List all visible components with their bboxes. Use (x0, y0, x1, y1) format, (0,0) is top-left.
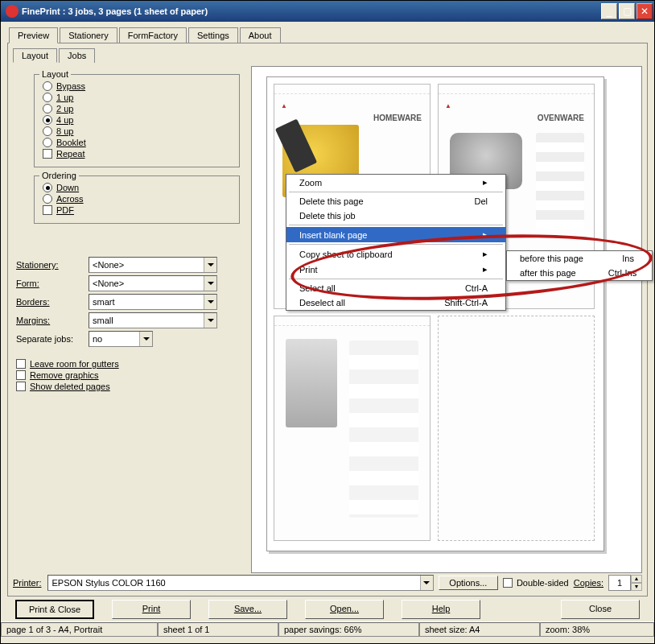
status-sheet: sheet 1 of 1 (158, 622, 278, 637)
preview-area[interactable]: ▲ HOMEWARE ▲ OVENWARE (251, 66, 642, 573)
printer-row: Printer: EPSON Stylus COLOR 1160 Options… (13, 575, 642, 591)
maximize-button[interactable]: ▢ (619, 3, 635, 19)
ctx-delete-page[interactable]: Delete this pageDel (286, 194, 505, 208)
chevron-right-icon: ▸ (467, 229, 488, 240)
button-options[interactable]: Options... (439, 576, 498, 590)
ctx-zoom[interactable]: Zoom▸ (286, 175, 505, 190)
main-tabs: Preview Stationery FormFactory Settings … (9, 27, 654, 43)
status-savings: paper savings: 66% (278, 622, 419, 637)
button-open[interactable]: Open... (305, 600, 384, 619)
chevron-down-icon[interactable] (204, 276, 216, 291)
spin-down-icon[interactable]: ▼ (631, 583, 642, 591)
chevron-down-icon[interactable] (139, 332, 152, 346)
label-copies: Copies: (574, 578, 604, 588)
group-ordering: Ordering Down Across PDF (34, 175, 240, 224)
label-borders: Borders: (16, 297, 89, 307)
group-ordering-legend: Ordering (39, 171, 79, 180)
check-doublesided[interactable]: Double-sided (503, 578, 569, 588)
ctx-separator (289, 279, 503, 279)
subtab-jobs[interactable]: Jobs (59, 48, 95, 63)
submenu-insert-blank[interactable]: before this pageIns after this pageCtrl-… (506, 250, 653, 281)
chevron-right-icon: ▸ (467, 177, 488, 188)
check-gutters[interactable]: Leave room for gutters (16, 359, 246, 369)
button-print-close[interactable]: Print & Close (15, 600, 94, 619)
check-repeat[interactable]: Repeat (43, 149, 231, 159)
select-sepjobs[interactable]: no (89, 331, 153, 347)
check-pdf[interactable]: PDF (43, 205, 231, 215)
button-save[interactable]: Save... (208, 600, 287, 619)
check-removegraphics[interactable]: Remove graphics (16, 370, 246, 380)
row-form: Form: <None> (16, 275, 246, 291)
status-zoom: zoom: 38% (540, 622, 654, 637)
sub-tabs: Layout Jobs (13, 48, 642, 63)
title-bar[interactable]: FinePrint : 3 jobs, 3 pages (1 sheet of … (1, 1, 654, 22)
tab-stationery[interactable]: Stationery (60, 27, 117, 43)
page-thumb-4-empty[interactable] (438, 316, 595, 541)
row-sepjobs: Separate jobs: no (16, 331, 246, 347)
select-margins[interactable]: small (89, 312, 217, 328)
action-row: Print & Close Print Save... Open... Help… (7, 600, 648, 619)
button-close[interactable]: Close (561, 600, 640, 619)
tab-about[interactable]: About (240, 27, 281, 43)
radio-booklet[interactable]: Booklet (43, 138, 231, 147)
radio-across[interactable]: Across (43, 194, 231, 204)
row-borders: Borders: smart (16, 294, 246, 310)
ctx-insert-blank[interactable]: Insert blank page▸ (286, 227, 505, 242)
select-stationery[interactable]: <None> (89, 257, 217, 273)
ctx-deselect-all[interactable]: Deselect allShift-Ctrl-A (286, 295, 505, 310)
radio-8up[interactable]: 8 up (43, 126, 231, 136)
label-form: Form: (16, 279, 89, 288)
select-borders[interactable]: smart (89, 294, 217, 310)
close-button[interactable]: ✕ (636, 3, 653, 19)
page-thumb-3[interactable] (274, 316, 430, 541)
radio-4up[interactable]: 4 up (43, 115, 231, 125)
row-margins: Margins: small (16, 312, 246, 328)
radio-bypass[interactable]: Bypass (43, 81, 231, 91)
label-sepjobs: Separate jobs: (16, 334, 89, 344)
minimize-button[interactable]: _ (601, 3, 617, 19)
status-page: page 1 of 3 - A4, Portrait (1, 622, 158, 637)
subtab-layout[interactable]: Layout (13, 48, 57, 63)
select-form[interactable]: <None> (89, 275, 217, 291)
chevron-down-icon[interactable] (420, 576, 433, 590)
tab-preview[interactable]: Preview (9, 27, 58, 43)
sheet[interactable]: ▲ HOMEWARE ▲ OVENWARE (266, 76, 604, 551)
context-menu[interactable]: Zoom▸ Delete this pageDel Delete this jo… (286, 174, 506, 311)
row-stationery: Stationery: <None> (16, 257, 246, 273)
button-help[interactable]: Help (402, 600, 480, 619)
ctx-separator (289, 192, 503, 192)
group-layout-legend: Layout (39, 69, 71, 79)
check-showdeleted[interactable]: Show deleted pages (16, 382, 246, 391)
label-printer: Printer: (13, 578, 43, 588)
app-icon (6, 5, 19, 18)
app-window: FinePrint : 3 jobs, 3 pages (1 sheet of … (0, 0, 655, 644)
tab-formfactory[interactable]: FormFactory (119, 27, 187, 43)
ctx-delete-job[interactable]: Delete this job (286, 208, 505, 223)
button-print[interactable]: Print (112, 600, 191, 619)
chevron-right-icon: ▸ (467, 249, 488, 259)
ctx-select-all[interactable]: Select allCtrl-A (286, 281, 505, 295)
ctx-print[interactable]: Print▸ (286, 262, 505, 277)
ctx-copy-sheet[interactable]: Copy sheet to clipboard▸ (286, 246, 505, 262)
chevron-down-icon[interactable] (204, 258, 216, 272)
chevron-down-icon[interactable] (204, 313, 216, 328)
sub-after-page[interactable]: after this pageCtrl-Ins (507, 266, 652, 280)
radio-down[interactable]: Down (43, 183, 231, 192)
radio-2up[interactable]: 2 up (43, 104, 231, 114)
chevron-right-icon: ▸ (467, 264, 488, 275)
sub-before-page[interactable]: before this pageIns (507, 251, 652, 266)
spin-copies[interactable]: 1 ▲▼ (608, 575, 642, 591)
ctx-separator (289, 244, 503, 245)
chevron-down-icon[interactable] (204, 295, 216, 309)
group-layout: Layout Bypass 1 up 2 up 4 up 8 up Bookle… (34, 74, 240, 167)
radio-1up[interactable]: 1 up (43, 93, 231, 102)
left-column: Layout Bypass 1 up 2 up 4 up 8 up Bookle… (13, 66, 251, 573)
label-margins: Margins: (16, 316, 89, 325)
label-stationery: Stationery: (16, 260, 89, 270)
columns: Layout Bypass 1 up 2 up 4 up 8 up Bookle… (13, 66, 642, 573)
tab-settings[interactable]: Settings (188, 27, 238, 43)
select-printer[interactable]: EPSON Stylus COLOR 1160 (47, 575, 433, 591)
main-panel: Layout Jobs Layout Bypass 1 up 2 up 4 up… (7, 43, 648, 597)
copies-value[interactable]: 1 (608, 575, 631, 591)
spin-up-icon[interactable]: ▲ (631, 575, 642, 583)
